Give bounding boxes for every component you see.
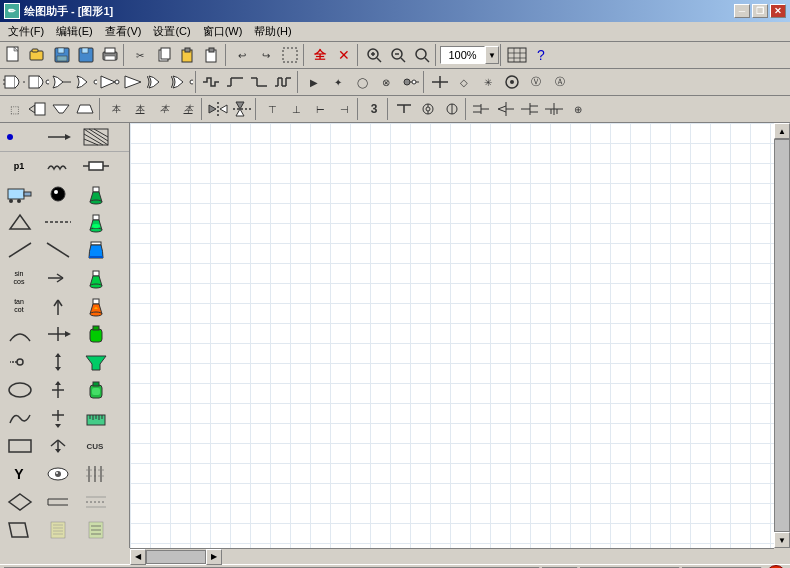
t3-btn3[interactable] [50,98,74,120]
paste2-btn[interactable] [200,44,224,66]
restore-button[interactable]: ❐ [752,4,768,18]
gate-xnor[interactable] [170,71,194,93]
gate-nor[interactable] [74,71,98,93]
char-symbol4[interactable]: 本 [176,98,200,120]
canvas-area[interactable] [130,123,774,548]
rot-sym4[interactable]: ⊣ [332,98,356,120]
panel-arrow-cross[interactable] [38,376,76,404]
align-sym3[interactable] [440,98,464,120]
panel-arc[interactable] [0,320,38,348]
delete-btn[interactable]: ✕ [332,44,356,66]
scroll-track-h[interactable] [146,550,206,564]
flip-v[interactable] [230,98,254,120]
omega-sym[interactable]: Ⓐ [548,71,572,93]
panel-tube[interactable] [76,320,114,348]
open-btn[interactable] [26,44,50,66]
panel-coil[interactable] [38,152,76,180]
panel-sin[interactable]: sincos [0,264,38,292]
panel-diamond[interactable] [0,488,38,516]
panel-rect[interactable] [0,432,38,460]
undo-btn[interactable]: ↩ [230,44,254,66]
mux-sym4[interactable] [542,98,566,120]
gate-and[interactable] [2,71,26,93]
cut-btn[interactable]: ✂ [128,44,152,66]
zoom-input[interactable] [440,46,485,64]
panel-scroll3[interactable] [76,516,114,544]
zoom-out-btn[interactable] [410,44,434,66]
panel-beaker[interactable] [76,236,114,264]
port-sym[interactable] [428,71,452,93]
panel-curve[interactable] [0,404,38,432]
panel-eye[interactable] [38,460,76,488]
new-btn[interactable] [2,44,26,66]
panel-lines-v[interactable] [76,460,114,488]
zoom-in-view-btn[interactable] [362,44,386,66]
panel-ellipse[interactable] [0,376,38,404]
wave-sym1[interactable] [200,71,224,93]
panel-hatch[interactable] [76,123,114,151]
panel-p1[interactable]: p1 [0,152,38,180]
panel-flask3[interactable] [76,264,114,292]
copy-btn[interactable] [152,44,176,66]
close-button[interactable]: ✕ [770,4,786,18]
menu-file[interactable]: 文件(F) [2,23,50,40]
redo-btn[interactable]: ↪ [254,44,278,66]
mux-sym2[interactable] [494,98,518,120]
menu-help[interactable]: 帮助(H) [248,23,297,40]
panel-hotflask[interactable] [76,292,114,320]
inhibit-sym[interactable]: ⊗ [374,71,398,93]
panel-arrow-split[interactable] [38,432,76,460]
paste-btn[interactable] [176,44,200,66]
panel-flask2[interactable] [76,208,114,236]
scroll-left-btn[interactable]: ◀ [130,549,146,565]
scroll-track-v[interactable] [774,139,790,532]
panel-CUS[interactable]: CUS [76,432,114,460]
circle-sym[interactable] [500,71,524,93]
ellipse-sym[interactable]: ◯ [350,71,374,93]
gate-not[interactable] [98,71,122,93]
panel-ball[interactable] [38,180,76,208]
save-btn[interactable] [50,44,74,66]
rot-sym1[interactable]: ⊤ [260,98,284,120]
panel-last1[interactable] [38,488,76,516]
help-btn[interactable]: ? [529,44,553,66]
num3[interactable]: 3 [362,98,386,120]
menu-settings[interactable]: 设置(C) [147,23,196,40]
t3-btn1[interactable]: ⬚ [2,98,26,120]
gate-or[interactable] [50,71,74,93]
menu-view[interactable]: 查看(V) [99,23,148,40]
align-sym2[interactable] [416,98,440,120]
panel-line-diag1[interactable] [0,236,38,264]
cross-sym[interactable]: ✦ [326,71,350,93]
char-symbol1[interactable]: 本 [104,98,128,120]
arrow-right-sym[interactable]: ▶ [302,71,326,93]
panel-parallelogram[interactable] [0,516,38,544]
panel-filter[interactable] [76,348,114,376]
gate-xor[interactable] [146,71,170,93]
panel-tan[interactable]: tancot [0,292,38,320]
gate-nand[interactable] [26,71,50,93]
wave-sym2[interactable] [224,71,248,93]
panel-arrow-down-split[interactable] [38,404,76,432]
scroll-right-btn[interactable]: ▶ [206,549,222,565]
print-btn[interactable] [98,44,122,66]
t3-dff[interactable] [26,98,50,120]
char-symbol2[interactable]: 本 [128,98,152,120]
zoom-in-btn[interactable] [386,44,410,66]
connect-sym[interactable] [398,71,422,93]
wave-sym3[interactable] [248,71,272,93]
panel-cross-arrow[interactable] [38,320,76,348]
all-btn[interactable]: 全 [308,44,332,66]
panel-arrow2[interactable] [38,264,76,292]
zoom-dropdown[interactable]: ▼ [485,46,499,64]
wave-clk[interactable] [272,71,296,93]
panel-ruler[interactable] [76,404,114,432]
panel-resistor[interactable] [76,152,114,180]
panel-point[interactable] [0,123,38,151]
mux-sym1[interactable] [470,98,494,120]
align-sym1[interactable] [392,98,416,120]
panel-arrow[interactable] [38,123,76,151]
at-sym[interactable]: Ⓥ [524,71,548,93]
select-btn[interactable] [278,44,302,66]
panel-arrow-ud[interactable] [38,348,76,376]
